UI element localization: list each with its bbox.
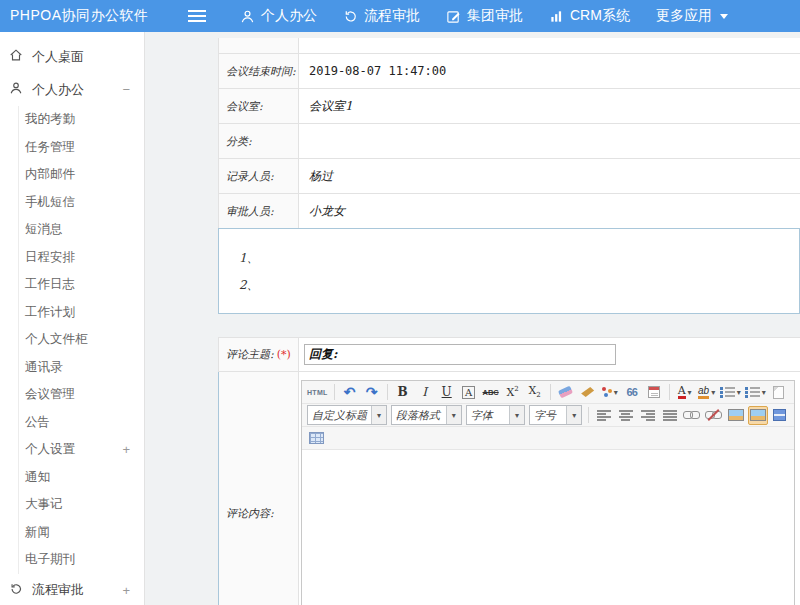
html-label: HTML — [307, 389, 328, 396]
quote-icon: 66 — [627, 386, 637, 398]
superscript-button[interactable]: X2 — [503, 383, 523, 402]
comment-subject-input[interactable] — [304, 344, 616, 365]
nav-item-more-apps[interactable]: 更多应用 — [656, 7, 728, 25]
sub-item-label: 电子期刊 — [25, 551, 75, 568]
insert-link-button[interactable] — [682, 406, 702, 425]
sidebar-item-news[interactable]: 新闻 — [19, 519, 144, 547]
sub-item-label: 工作计划 — [25, 304, 75, 321]
sub-item-label: 个人设置 — [25, 441, 75, 458]
strikethrough-icon: ABC — [483, 388, 499, 397]
font-family-select[interactable]: 字体 ▾ — [466, 405, 525, 425]
nav-item-workflow-approval[interactable]: 流程审批 — [343, 7, 420, 25]
font-size-select[interactable]: 字号 ▾ — [529, 405, 582, 425]
sidebar-item-contacts[interactable]: 通讯录 — [19, 354, 144, 382]
caret-down-icon: ▾ — [509, 406, 524, 424]
justify-button[interactable] — [660, 406, 680, 425]
edit-icon — [446, 9, 461, 24]
sidebar-item-personal-office[interactable]: 个人办公 − — [0, 73, 144, 106]
align-right-icon — [641, 409, 655, 421]
sidebar-item-desktop[interactable]: 个人桌面 — [0, 40, 144, 73]
meeting-end-time-value: 2019-08-07 11:47:00 — [299, 54, 800, 88]
table-row: 记录人员: 杨过 — [219, 159, 800, 194]
sidebar-item-work-plan[interactable]: 工作计划 — [19, 299, 144, 327]
sidebar-item-meeting-management[interactable]: 会议管理 — [19, 381, 144, 409]
sidebar-item-attendance[interactable]: 我的考勤 — [19, 106, 144, 134]
meeting-end-time-label: 会议结束时间: — [219, 54, 299, 88]
sub-item-label: 我的考勤 — [25, 111, 75, 128]
paint-color-button[interactable]: ▾ — [600, 383, 620, 402]
font-style-button[interactable]: A — [459, 383, 479, 402]
insert-media-button[interactable] — [770, 406, 790, 425]
sub-item-label: 内部邮件 — [25, 166, 75, 183]
sidebar-item-announcement[interactable]: 公告 — [19, 409, 144, 437]
sidebar-item-personal-settings[interactable]: 个人设置+ — [19, 436, 144, 464]
sidebar-item-workflow-approval[interactable]: 流程审批 + — [0, 574, 144, 605]
highlight-icon: ab — [698, 386, 709, 399]
sidebar-item-label: 个人办公 — [32, 81, 84, 99]
unordered-list-button[interactable]: ▾ — [744, 383, 767, 402]
date-stamp-button[interactable] — [644, 383, 664, 402]
new-page-button[interactable] — [769, 383, 789, 402]
meeting-form-table: 会议结束时间: 2019-08-07 11:47:00 会议室: 会议室1 分类… — [218, 38, 800, 229]
collapse-toggle[interactable]: − — [122, 82, 130, 97]
subscript-button[interactable]: X2 — [525, 383, 545, 402]
bold-icon: B — [398, 385, 408, 399]
toolbar-separator — [588, 407, 589, 423]
history-icon — [9, 582, 23, 599]
sidebar-item-work-log[interactable]: 工作日志 — [19, 271, 144, 299]
nav-item-crm[interactable]: CRM系统 — [549, 7, 630, 25]
ordered-list-button[interactable]: ▾ — [719, 383, 742, 402]
align-center-button[interactable] — [616, 406, 636, 425]
sidebar: 个人桌面 个人办公 − 我的考勤 任务管理 内部邮件 手机短信 短消息 日程安排… — [0, 32, 145, 605]
sidebar-item-major-events[interactable]: 大事记 — [19, 491, 144, 519]
bold-button[interactable]: B — [393, 383, 413, 402]
insert-image-button[interactable] — [726, 406, 746, 425]
link-icon — [683, 411, 700, 419]
comment-subject-label: 评论主题: (*) — [219, 338, 299, 371]
expand-toggle[interactable]: + — [122, 583, 130, 598]
sub-item-label: 大事记 — [25, 496, 63, 513]
meeting-content-box: 1、 2、 — [218, 228, 800, 314]
format-brush-button[interactable] — [578, 383, 598, 402]
sidebar-item-internal-mail[interactable]: 内部邮件 — [19, 161, 144, 189]
strikethrough-button[interactable]: ABC — [481, 383, 501, 402]
calendar-icon — [648, 386, 660, 398]
editor-content-area[interactable] — [302, 450, 794, 605]
caret-down-icon: ▾ — [371, 406, 386, 424]
bar-chart-icon — [549, 9, 564, 24]
redo-button[interactable]: ↷ — [362, 383, 382, 402]
sub-item-label: 通知 — [25, 469, 50, 486]
person-icon — [240, 9, 255, 24]
undo-button[interactable]: ↶ — [340, 383, 360, 402]
remove-link-button[interactable] — [704, 406, 724, 425]
sidebar-item-schedule[interactable]: 日程安排 — [19, 244, 144, 272]
insert-table-button[interactable] — [306, 429, 326, 448]
image-manager-button[interactable] — [748, 406, 768, 425]
expand-toggle[interactable]: + — [122, 442, 130, 457]
italic-button[interactable]: I — [415, 383, 435, 402]
sidebar-item-e-journal[interactable]: 电子期刊 — [19, 546, 144, 574]
select-value: 字号 — [530, 408, 566, 423]
align-left-button[interactable] — [594, 406, 614, 425]
custom-heading-select[interactable]: 自定义标题 ▾ — [307, 405, 387, 425]
ordered-list-icon — [720, 386, 735, 398]
sidebar-item-file-cabinet[interactable]: 个人文件柜 — [19, 326, 144, 354]
hamburger-menu-icon[interactable] — [188, 10, 206, 22]
paragraph-format-select[interactable]: 段落格式 ▾ — [391, 405, 462, 425]
sub-item-label: 任务管理 — [25, 139, 75, 156]
nav-item-personal-office[interactable]: 个人办公 — [240, 7, 317, 25]
underline-button[interactable]: U — [437, 383, 457, 402]
sidebar-item-short-message[interactable]: 短消息 — [19, 216, 144, 244]
align-right-button[interactable] — [638, 406, 658, 425]
new-page-icon — [773, 386, 784, 399]
sidebar-item-task-management[interactable]: 任务管理 — [19, 134, 144, 162]
sidebar-item-sms[interactable]: 手机短信 — [19, 189, 144, 217]
sidebar-item-notice[interactable]: 通知 — [19, 464, 144, 492]
blockquote-button[interactable]: 66 — [622, 383, 642, 402]
highlight-color-button[interactable]: ab▾ — [697, 383, 717, 402]
nav-item-group-approval[interactable]: 集团审批 — [446, 7, 523, 25]
font-color-button[interactable]: A▾ — [675, 383, 695, 402]
html-source-button[interactable]: HTML — [306, 383, 329, 402]
justify-icon — [663, 409, 677, 421]
eraser-button[interactable] — [556, 383, 576, 402]
